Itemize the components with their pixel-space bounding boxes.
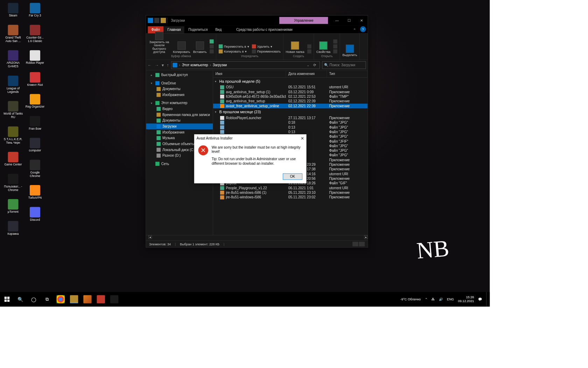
file-row[interactable]: OSU05.12.2021 15:51utorrent URI [213,85,368,89]
nav-up-icon[interactable]: ↑ [167,63,169,67]
tree-docs2[interactable]: Документы [146,118,213,124]
nav-forward-icon[interactable]: → [155,63,159,67]
tree-docs[interactable]: Документы [146,86,213,92]
history-button[interactable] [333,49,337,54]
clock[interactable]: 15:26 09.12.2021 [458,295,474,303]
file-row[interactable]: jre-8u51-windows-i58605.11.2021 23:02При… [213,195,368,199]
start-button[interactable] [3,295,11,303]
col-name[interactable]: Имя [213,70,286,77]
tray-chevron-icon[interactable]: ⌃ [425,297,427,301]
taskbar-chrome[interactable] [57,295,65,303]
desktop-icon[interactable]: Discord [25,207,45,222]
crumb-downloads[interactable]: Загрузки [213,63,227,67]
dialog-close-icon[interactable]: ✕ [301,136,304,141]
desktop-icon[interactable]: Roblox Player [25,50,45,65]
titlebar[interactable]: Загрузки Управление ― ☐ ✕ [146,15,368,25]
help-icon[interactable]: ? [360,26,366,32]
file-row[interactable]: People_Playground_v1.2206.11.2021 1:01ut… [213,186,368,190]
contextual-tab-manage[interactable]: Управление [279,17,328,24]
tree-images[interactable]: Изображения [146,92,213,98]
desktop-icon[interactable]: Клиент Riot [25,72,45,87]
copy-to-button[interactable]: Копировать в ▾ [219,49,249,54]
breadcrumb-dropdown-icon[interactable]: ⌄ [307,63,309,67]
taskbar-explorer[interactable] [70,295,78,303]
taskbar-app[interactable] [110,295,118,303]
move-to-button[interactable]: Переместить в ▾ [219,45,249,49]
desktop-icon[interactable]: Пользоват... - Chrome [3,174,23,192]
tab-app-tools[interactable]: Средства работы с приложениями [233,26,296,33]
copy-button[interactable]: Копировать [173,41,190,53]
desktop-icon[interactable]: World of Tanks RU [3,101,23,119]
easy-access-button[interactable] [307,49,312,54]
tree-this-pc[interactable]: ▾Этот компьютер [146,100,213,106]
newitem-button[interactable] [307,45,312,49]
rename-button[interactable]: Переименовать [252,49,281,54]
desktop-icon[interactable]: Game Center [3,152,23,166]
action-center-icon[interactable]: 💬 [478,297,482,301]
file-group-header[interactable]: На прошлой неделе (5) [213,78,368,85]
desktop-icon[interactable]: Far Cry 3 [25,3,45,18]
refresh-icon[interactable]: ⟳ [312,63,318,67]
file-row[interactable]: jre-8u51-windows-i586 (1)05.11.2021 23:1… [213,190,368,195]
view-large-icon[interactable] [359,241,365,246]
desktop-icon[interactable]: ARIZONA GAMES [3,50,23,68]
close-button[interactable]: ✕ [355,16,368,24]
desktop-icon[interactable]: Counter-Str... 1.6 Classic [25,25,45,43]
file-row[interactable]: 0:13Файл "JPG" [213,125,368,130]
cut-button[interactable] [210,39,214,43]
desktop-icon[interactable]: Корзина [3,221,23,236]
file-row[interactable]: avg_antivirus_free_setup02.12.2021 22:39… [213,99,368,103]
volume-icon[interactable]: 🔊 [439,297,443,301]
col-date[interactable]: Дата изменения [286,70,327,77]
select-button[interactable]: Выделить [342,45,357,56]
nav-back-icon[interactable]: ← [148,63,152,67]
taskview-icon[interactable]: ⧉ [43,295,51,303]
desktop-icon[interactable]: TurboVPN [25,185,45,200]
desktop-icon[interactable]: μTorrent [3,199,23,214]
copypath-button[interactable] [210,45,214,49]
file-group-header[interactable]: В прошлом месяце (23) [213,108,368,116]
network-icon[interactable]: 🖧 [432,298,435,301]
qat-icon[interactable] [161,18,166,23]
view-details-icon[interactable] [352,241,358,246]
input-lang[interactable]: ENG [447,298,454,301]
dialog-titlebar[interactable]: Avast Antivirus Installer ✕ [194,134,307,142]
scroll-left-icon[interactable]: ◂ [148,235,152,239]
open-button[interactable] [333,39,337,43]
tab-view[interactable]: Вид [212,26,225,33]
properties-button[interactable]: Свойства [316,41,330,53]
scroll-right-icon[interactable]: ▸ [364,235,368,239]
horizontal-scrollbar[interactable]: ◂ ▸ [146,235,368,240]
file-row[interactable]: RobloxPlayerLauncher27.11.2021 13:17Прил… [213,116,368,120]
tree-videos[interactable]: Видео [146,106,213,112]
file-row[interactable]: avast_free_antivirus_setup_online02.12.2… [213,104,368,108]
show-desktop-button[interactable] [486,292,488,307]
desktop-icon[interactable]: computer [25,138,45,152]
tree-quick-access[interactable]: ▸Быстрый доступ [146,72,213,78]
file-row[interactable]: 0:13Файл "JPG" [213,130,368,134]
breadcrumb[interactable]: › Этот компьютер › Загрузки ⌄ ⟳ [171,61,320,69]
paste-button[interactable]: Вставить [193,41,207,53]
edit-button[interactable] [333,45,337,49]
pin-button[interactable]: Закрепить на панели быстрого доступа [148,32,170,54]
paste-shortcut-button[interactable] [210,49,214,54]
crumb-this-pc[interactable]: Этот компьютер [182,63,208,67]
cortana-icon[interactable]: ◯ [30,295,38,303]
desktop-icon[interactable]: Grand Theft Auto San ... [3,25,23,43]
taskbar-app[interactable] [97,295,105,303]
col-type[interactable]: Тип [327,70,368,77]
file-row[interactable]: 0:18Файл "JPG" [213,120,368,125]
nav-recent-icon[interactable]: ▾ [162,63,164,67]
file-row[interactable]: avg_antivirus_free_setup (1)03.12.2021 0… [213,90,368,94]
tree-downloads[interactable]: Загрузки [146,123,213,129]
new-folder-button[interactable]: Новая папка [286,41,304,53]
desktop-icon[interactable]: Fran Bow [25,116,45,131]
desktop-icon[interactable]: S.T.A.L.K.E.R. Тень Черн [3,127,23,145]
search-button[interactable]: 🔍 [16,295,24,303]
qat-icon[interactable] [154,18,160,23]
minimize-button[interactable]: ― [331,16,343,24]
weather-widget[interactable]: -9°C Облачно [400,298,421,301]
desktop-icon[interactable]: Google Chrome [25,160,45,178]
file-row[interactable]: 6345d3d4-a41d-4572-865b-3e30ad3cbc9...02… [213,94,368,99]
desktop-icon[interactable]: League of Legends [3,76,23,94]
